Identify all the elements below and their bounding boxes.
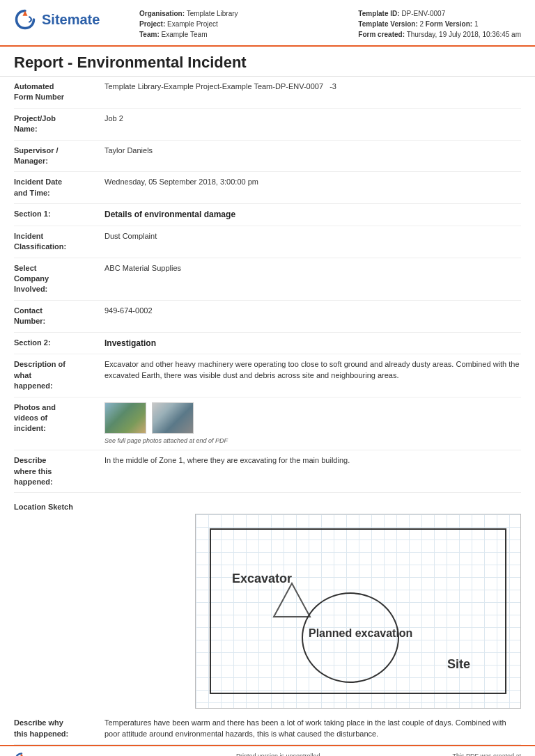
field-value-description: Excavator and other heavy machinery were… (104, 359, 521, 381)
field-row-description: Description ofwhathappened: Excavator an… (14, 354, 521, 397)
field-value-form-number: Template Library-Example Project-Example… (104, 81, 521, 92)
sketch-wrapper: Excavator Planned excavation Site (14, 514, 521, 709)
project-label: Project: (139, 20, 165, 28)
header-meta: Organisation: Template Library Project: … (139, 8, 358, 40)
field-label-section1: Section 1: (14, 209, 104, 219)
sketch-site-text: Site (447, 657, 470, 672)
report-title: Report - Environmental Incident (0, 47, 535, 77)
field-label-classification: IncidentClassification: (14, 231, 104, 253)
field-label-description: Description ofwhathappened: (14, 359, 104, 391)
field-label-company: SelectCompanyInvolved: (14, 263, 104, 295)
field-label-describe-where: Describewhere thishappened: (14, 455, 104, 487)
field-label-photos: Photos andvideos ofincident: (14, 402, 104, 434)
field-row-describe-where: Describewhere thishappened: In the middl… (14, 450, 521, 493)
footer-right: This PDF was created at Thursday, 19 Jul… (418, 753, 521, 756)
location-sketch-label: Location Sketch (14, 497, 521, 514)
sketch-container: Excavator Planned excavation Site (195, 514, 521, 709)
template-id-label: Template ID: (358, 10, 399, 17)
field-row-incident-date: Incident Dateand Time: Wednesday, 05 Sep… (14, 172, 521, 204)
page: Sitemate Organisation: Template Library … (0, 0, 535, 756)
template-version-value: 2 (420, 20, 424, 28)
field-label-project: Project/JobName: (14, 113, 104, 135)
field-label-contact: ContactNumber: (14, 306, 104, 327)
content: AutomatedForm Number Template Library-Ex… (0, 77, 535, 745)
footer: Generated with ConstructionCloud.io Prin… (0, 745, 535, 756)
form-version-value: 1 (474, 20, 479, 28)
field-value-contact: 949-674-0002 (104, 306, 521, 316)
sitemate-logo-icon (14, 8, 36, 31)
photo-thumb-1 (104, 402, 146, 434)
template-id-value: DP-ENV-0007 (401, 10, 445, 17)
photo-caption: See full page photos attached at end of … (104, 436, 521, 446)
location-sketch-section: Location Sketch Excavator Planned excava… (14, 493, 521, 713)
field-row-company: SelectCompanyInvolved: ABC Material Supp… (14, 258, 521, 301)
header: Sitemate Organisation: Template Library … (0, 0, 535, 47)
field-label-section2: Section 2: (14, 338, 104, 348)
sketch-triangle-icon (272, 582, 311, 618)
field-row-section1: Section 1: Details of environmental dama… (14, 204, 521, 226)
project-value: Example Project (167, 20, 218, 28)
header-right: Template ID: DP-ENV-0007 Template Versio… (358, 8, 521, 40)
sketch-spacer (14, 514, 104, 709)
photo-thumb-2 (152, 402, 194, 434)
form-version-label: Form Version: (426, 20, 472, 28)
form-created-value: Thursday, 19 July 2018, 10:36:45 am (407, 31, 521, 38)
field-value-describe-where: In the middle of Zone 1, where they are … (104, 455, 521, 466)
footer-center: Printed version is uncontrolled Page 1 o… (236, 753, 320, 756)
field-value-company: ABC Material Supplies (104, 263, 521, 274)
footer-left: Generated with ConstructionCloud.io (14, 752, 139, 756)
footer-uncontrolled-text: Printed version is uncontrolled (236, 753, 320, 756)
field-value-describe-why: Temperatures have been warm and there ha… (104, 718, 521, 739)
team-label: Team: (139, 31, 160, 38)
field-label-incident-date: Incident Dateand Time: (14, 177, 104, 198)
template-version-label: Template Version: (358, 20, 417, 28)
field-row-supervisor: Supervisor /Manager: Taylor Daniels (14, 141, 521, 173)
field-value-section1: Details of environmental damage (104, 209, 521, 221)
field-value-section2: Investigation (104, 338, 521, 349)
field-value-incident-date: Wednesday, 05 September 2018, 3:00:00 pm (104, 177, 521, 187)
field-row-classification: IncidentClassification: Dust Complaint (14, 226, 521, 258)
field-label-form-number: AutomatedForm Number (14, 81, 104, 103)
field-label-describe-why: Describe whythis happened: (14, 718, 104, 739)
field-row-project: Project/JobName: Job 2 (14, 109, 521, 141)
sketch-planned-text: Planned excavation (309, 627, 412, 640)
field-row-describe-why: Describe whythis happened: Temperatures … (14, 713, 521, 745)
field-value-classification: Dust Complaint (104, 231, 521, 242)
field-row-form-number: AutomatedForm Number Template Library-Ex… (14, 77, 521, 109)
photos-container (104, 402, 521, 434)
org-label: Organisation: (139, 10, 185, 17)
field-value-supervisor: Taylor Daniels (104, 145, 521, 156)
logo-text: Sitemate (42, 12, 100, 28)
form-created-label: Form created: (358, 31, 405, 38)
field-row-photos: Photos andvideos ofincident: See full pa… (14, 397, 521, 451)
svg-marker-0 (274, 583, 310, 617)
logo-area: Sitemate (14, 8, 125, 31)
sketch-inner-border: Excavator Planned excavation Site (210, 528, 506, 694)
field-label-supervisor: Supervisor /Manager: (14, 145, 104, 167)
footer-logo-icon (14, 752, 29, 756)
field-row-contact: ContactNumber: 949-674-0002 (14, 301, 521, 333)
field-value-project: Job 2 (104, 113, 521, 124)
org-value: Template Library (187, 10, 238, 17)
field-value-photos: See full page photos attached at end of … (104, 402, 521, 446)
team-value: Example Team (162, 31, 208, 38)
footer-pdf-created-text: This PDF was created at (418, 753, 521, 756)
field-row-section2: Section 2: Investigation (14, 333, 521, 355)
